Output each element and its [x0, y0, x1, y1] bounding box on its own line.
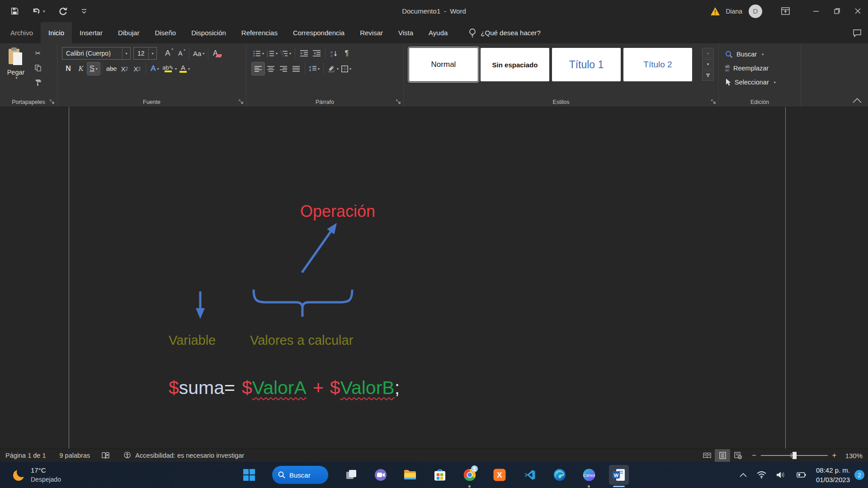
styles-scroll-down[interactable]: ▼	[702, 59, 714, 70]
decrease-indent-button[interactable]	[297, 47, 310, 60]
tab-ayuda[interactable]: Ayuda	[421, 22, 455, 43]
shrink-font-button[interactable]: A	[174, 47, 187, 60]
multilevel-list-button[interactable]: 1ai ▾	[279, 47, 292, 60]
chat-button[interactable]	[374, 469, 387, 481]
print-layout-button[interactable]	[715, 449, 730, 462]
cut-button[interactable]: ✂	[32, 48, 44, 59]
align-right-button[interactable]	[277, 62, 290, 75]
font-size-chevron[interactable]: ▾	[148, 47, 156, 59]
borders-button[interactable]: ▾	[340, 62, 353, 75]
canva-button[interactable]: Canva	[583, 469, 595, 481]
increase-indent-button[interactable]	[310, 47, 323, 60]
clipboard-dialog-launcher[interactable]	[50, 99, 55, 104]
underline-button[interactable]: S▾	[87, 62, 100, 75]
zoom-slider[interactable]	[761, 455, 828, 456]
paste-button[interactable]: Pegar ▾	[4, 47, 28, 95]
tab-referencias[interactable]: Referencias	[234, 22, 285, 43]
file-explorer-button[interactable]	[404, 469, 416, 480]
paste-dropdown-chevron[interactable]: ▾	[15, 76, 17, 80]
replace-button[interactable]: ab ac Reemplazar	[725, 62, 801, 75]
avatar[interactable]: D	[749, 5, 762, 18]
volume-icon[interactable]	[776, 471, 785, 479]
ribbon-display-options-button[interactable]	[775, 0, 796, 22]
notification-badge[interactable]: 2	[854, 470, 864, 480]
zoom-slider-handle[interactable]	[793, 452, 797, 459]
user-name[interactable]: Diana	[726, 8, 742, 15]
accessibility-status[interactable]: Accesibilidad: es necesario investigar	[135, 452, 244, 459]
style-titulo-1[interactable]: Título 1	[552, 48, 621, 81]
font-size-combo[interactable]: 12 ▾	[133, 47, 157, 60]
read-mode-button[interactable]	[699, 449, 715, 462]
justify-button[interactable]	[290, 62, 302, 75]
tab-inicio[interactable]: Inicio	[41, 22, 72, 43]
tab-disposicion[interactable]: Disposición	[184, 22, 234, 43]
web-layout-button[interactable]	[730, 449, 745, 462]
italic-button[interactable]: K	[75, 62, 87, 75]
tab-insertar[interactable]: Insertar	[72, 22, 110, 43]
task-view-button[interactable]	[345, 469, 357, 481]
zoom-in-button[interactable]: +	[832, 451, 836, 460]
brace-values[interactable]	[254, 290, 352, 317]
accessibility-icon[interactable]	[123, 451, 132, 460]
restore-button[interactable]	[826, 0, 847, 22]
tell-me-box[interactable]: ¿Qué desea hacer?	[469, 22, 541, 43]
edge-button[interactable]	[553, 469, 566, 481]
zoom-out-button[interactable]: −	[752, 451, 756, 460]
tray-chevron-up[interactable]	[740, 473, 747, 477]
collapse-ribbon-button[interactable]	[853, 98, 862, 103]
vscode-button[interactable]	[524, 469, 536, 481]
arrow-to-operation[interactable]	[302, 225, 335, 272]
paragraph-dialog-launcher[interactable]	[396, 99, 401, 104]
styles-dialog-launcher[interactable]	[711, 99, 716, 104]
warning-icon[interactable]	[710, 7, 720, 16]
find-button[interactable]: Buscar▾	[725, 48, 801, 61]
word-count[interactable]: 9 palabras	[60, 452, 90, 459]
tab-correspondencia[interactable]: Correspondencia	[285, 22, 352, 43]
subscript-button[interactable]: X2	[118, 62, 131, 75]
highlight-button[interactable]: ab✎ ▾	[161, 62, 178, 75]
bold-button[interactable]: N	[62, 62, 75, 75]
microsoft-store-button[interactable]	[434, 469, 446, 481]
font-family-combo[interactable]: Calibri (Cuerpo) ▾	[62, 47, 131, 60]
proofing-icon[interactable]	[102, 452, 109, 459]
style-titulo-2[interactable]: Título 2	[623, 48, 692, 81]
copy-button[interactable]	[32, 62, 44, 73]
style-sin-espaciado[interactable]: Sin espaciado	[481, 48, 549, 81]
zoom-percentage[interactable]: 130%	[842, 452, 863, 460]
minimize-button[interactable]	[806, 0, 826, 22]
tab-vista[interactable]: Vista	[391, 22, 421, 43]
page-indicator[interactable]: Página 1 de 1	[5, 452, 46, 459]
line-spacing-button[interactable]: ▾	[307, 62, 321, 75]
shading-button[interactable]: ▾	[326, 62, 340, 75]
bullets-button[interactable]: ▾	[252, 47, 265, 60]
select-button[interactable]: Seleccionar▾	[725, 76, 801, 89]
strikethrough-button[interactable]: abe	[105, 62, 118, 75]
tab-archivo[interactable]: Archivo	[3, 22, 41, 43]
word-active-tile[interactable]: W	[609, 465, 629, 485]
font-color-button[interactable]: A ▾	[178, 62, 191, 75]
grow-font-button[interactable]: A	[161, 47, 174, 60]
sort-button[interactable]: AZ	[328, 47, 340, 60]
font-dialog-launcher[interactable]	[239, 99, 244, 104]
document-canvas[interactable]: Operación $suma=$ValorA+$ValorB; Variabl…	[0, 107, 868, 449]
change-case-button[interactable]: Aa▾	[192, 47, 206, 60]
align-center-button[interactable]	[264, 62, 277, 75]
xampp-button[interactable]: X	[494, 469, 506, 481]
style-normal[interactable]: Normal	[409, 48, 478, 81]
taskbar-search[interactable]: Buscar	[272, 466, 328, 484]
font-family-chevron[interactable]: ▾	[122, 47, 130, 59]
comments-button[interactable]	[853, 22, 862, 43]
tab-dibujar[interactable]: Dibujar	[110, 22, 147, 43]
battery-icon[interactable]	[795, 472, 806, 478]
taskbar-clock[interactable]: 08:42 p. m. 01/03/2023	[816, 465, 850, 484]
chrome-button[interactable]	[463, 469, 476, 481]
start-button[interactable]	[243, 469, 255, 481]
tab-revisar[interactable]: Revisar	[352, 22, 391, 43]
clear-formatting-button[interactable]: A	[211, 47, 223, 60]
tab-diseno[interactable]: Diseño	[147, 22, 184, 43]
weather-widget[interactable]: 17°C Despejado	[12, 462, 61, 488]
text-effects-button[interactable]: A▾	[148, 62, 161, 75]
show-marks-button[interactable]: ¶	[340, 47, 353, 60]
superscript-button[interactable]: X2	[131, 62, 143, 75]
align-left-button[interactable]	[252, 62, 264, 75]
